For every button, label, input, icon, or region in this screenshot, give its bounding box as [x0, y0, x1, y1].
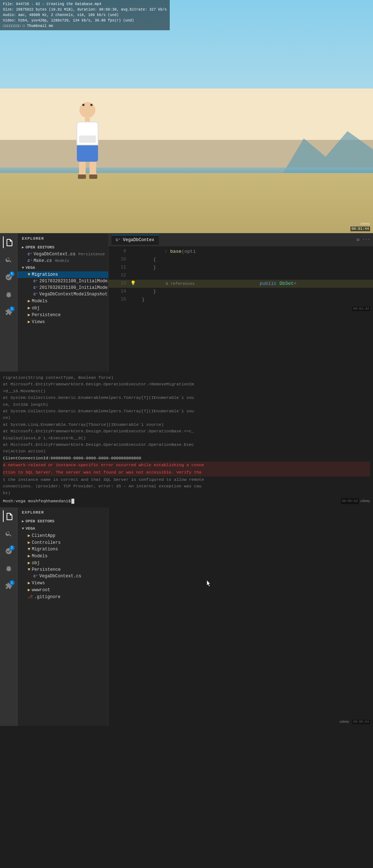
open-editors-header-1[interactable]: ▶ OPEN EDITORS: [17, 244, 108, 251]
vegadbcontext-file-2[interactable]: C⁺ VegaDbContext.cs: [17, 573, 108, 580]
migrations-folder-2[interactable]: ▼ Migrations: [17, 546, 108, 553]
video-player: File: 044726 - 02 - Creating the Databas…: [0, 0, 373, 233]
snapshot-file[interactable]: C⁺ VegaDbContextModelSnapshot.cs: [17, 291, 108, 298]
split-editor-icon[interactable]: ⊟: [357, 237, 359, 243]
views-folder-icon: ▶: [28, 319, 30, 325]
term-line-error-1: A network-related or instance-specific e…: [3, 462, 370, 469]
term-line-8: at System.Linq.Enumerable.ToArray[TSourc…: [3, 421, 370, 428]
obj-folder-2[interactable]: ▶ obj: [17, 559, 108, 566]
term-line-13: ClientConnectionId:00000000-0000-0000-00…: [3, 455, 370, 462]
mouse-cursor: [207, 580, 211, 587]
code-line-11: 11 }: [109, 264, 373, 272]
vega-arrow-2: ▼: [22, 527, 24, 531]
term-prompt[interactable]: Mosh:vega moshfeqhhamedani$ 00:05:53 ude…: [3, 498, 370, 504]
editor-time-panel1: 00:01:44: [109, 305, 373, 312]
term-prompt-text: Mosh:vega moshfeqhhamedani$: [3, 498, 71, 504]
code-editor-1: 9 : base(opti 10 { 11 } 12: [109, 246, 373, 305]
git-icon[interactable]: 5: [3, 271, 15, 283]
video-info: File: 044726 - 02 - Creating the Databas…: [0, 0, 170, 30]
editor-area-2: udemy 00:05:54: [109, 507, 373, 726]
gitignore-file[interactable]: ⎇ .gitignore: [17, 593, 108, 600]
search-icon-2[interactable]: [3, 528, 15, 539]
panel2-udemy: udemy: [339, 720, 349, 724]
debug-icon[interactable]: [3, 289, 15, 301]
code-line-15: 15 }: [109, 296, 373, 304]
tab-bar-1: C⁺ VegaDbContex ⊟ ···: [109, 233, 373, 246]
video-file-line3: Audio: aac, 48000 Hz, 2 channels, s16, 1…: [3, 12, 167, 18]
explorer-sidebar-2: EXPLORER ▶ OPEN EDITORS ▼ VEGA ▶ ClientA…: [17, 507, 109, 726]
open-editors-header-2[interactable]: ▶ OPEN EDITORS: [17, 518, 108, 525]
files-icon[interactable]: [3, 236, 15, 248]
term-line-11: at Microsoft.EntityFrameworkCore.Design.…: [3, 441, 370, 448]
open-editor-make[interactable]: C⁺ Make.cs Models: [17, 258, 108, 264]
udemy-badge: udemy: [360, 222, 370, 226]
files-icon-2[interactable]: [3, 510, 15, 522]
tab-vegadbcontext[interactable]: C⁺ VegaDbContex: [111, 235, 159, 245]
search-icon[interactable]: [3, 254, 15, 266]
term-line-5: ce, Int32& length): [3, 401, 370, 408]
video-timestamp: 00:01:44: [350, 227, 370, 231]
git-badge-2: 2: [9, 545, 15, 550]
tab-cs-icon: C⁺: [116, 237, 121, 242]
persistence-folder-2[interactable]: ▼ Persistence: [17, 566, 108, 573]
git-icon-2[interactable]: 2: [3, 545, 15, 557]
persistence-folder[interactable]: ▶ Persistence: [17, 311, 108, 318]
open-editor-vegadb[interactable]: C⁺ VegaDbContext.cs Persistence: [17, 251, 108, 258]
persistence-folder-icon: ▶: [28, 312, 30, 318]
activity-bar-1: 5 1: [0, 233, 17, 372]
cs-icon-2: C⁺: [34, 286, 38, 290]
debug-icon-2[interactable]: [3, 563, 15, 574]
migrations-folder[interactable]: ▼ Migrations: [17, 271, 108, 278]
term-line-10: DisplayClass4_0`1.<Execute>b__0(): [3, 435, 370, 441]
models-folder-2[interactable]: ▶ Models: [17, 553, 108, 559]
video-file-line5: □□□□□□□□ □ Thumbnail me: [3, 23, 167, 29]
panel2-time: 00:05:54: [352, 720, 370, 724]
models-folder[interactable]: ▶ Models: [17, 298, 108, 305]
cs-icon-1: C⁺: [34, 279, 38, 283]
extensions-icon[interactable]: 1: [3, 306, 15, 318]
term-line-error-2: ction to SQL Server. The server was not …: [3, 469, 370, 476]
vega-arrow-1: ▼: [22, 266, 24, 270]
term-line-error-4: connections. (provider: TCP Provider, er…: [3, 483, 370, 490]
initial-model-desi-file[interactable]: C⁺ 20170320231100_InitialModel.Desi...: [17, 284, 108, 291]
extensions-badge: 1: [9, 306, 15, 311]
initial-model-file[interactable]: C⁺ 20170320231100_InitialModel.cs: [17, 278, 108, 284]
code-line-13: 13 💡 0 references public DbSet<: [109, 280, 373, 288]
wwwroot-folder[interactable]: ▶ wwwroot: [17, 586, 108, 593]
term-line-error-5: ht): [3, 490, 370, 496]
migrations-folder-icon: ▼: [28, 272, 30, 277]
extensions-icon-2[interactable]: 1: [3, 580, 15, 592]
panel2-badges: udemy 00:05:54: [339, 720, 370, 724]
vega-header-1[interactable]: ▼ VEGA: [17, 264, 108, 271]
more-actions-icon[interactable]: ···: [362, 237, 370, 242]
clientapp-folder[interactable]: ▶ ClientApp: [17, 532, 108, 539]
wwwroot-icon: ▶: [28, 587, 30, 593]
term-line-4: at System.Collections.Generic.Enumerable…: [3, 394, 370, 401]
views-folder-2[interactable]: ▶ Views: [17, 580, 108, 586]
vega-header-2[interactable]: ▼ VEGA: [17, 525, 108, 532]
cs-icon-make: C⁺: [28, 259, 32, 263]
term-udemy: udemy: [360, 499, 370, 504]
term-line-7: ce): [3, 415, 370, 421]
cs-icon-3: C⁺: [34, 292, 38, 296]
video-file-line2: Size: 20875822 bytes (19.91 MiB), durati…: [3, 7, 167, 12]
editor-area-1: C⁺ VegaDbContex ⊟ ··· 9 : base(opti 10 {: [109, 233, 373, 372]
models-folder-icon: ▶: [28, 298, 30, 304]
obj-folder-icon: ▶: [28, 305, 30, 311]
activity-bar-2: 2 1: [0, 507, 17, 726]
git-file-icon: ⎇: [28, 594, 33, 600]
term-line-1: rigration(String contextType, Boolean fo…: [3, 374, 370, 381]
explorer-title-2: EXPLORER: [17, 507, 108, 518]
obj-folder[interactable]: ▶ obj: [17, 305, 108, 311]
open-editors-arrow: ▶: [22, 245, 24, 250]
controllers-folder[interactable]: ▶ Controllers: [17, 539, 108, 546]
term-cursor: [71, 499, 74, 504]
views-folder[interactable]: ▶ Views: [17, 318, 108, 325]
open-editors-arrow-2: ▶: [22, 519, 24, 523]
git-badge: 5: [9, 271, 15, 276]
term-time-badge: 00:05:53: [341, 498, 359, 504]
vscode-panel-2: 2 1 EXPLORER ▶ OPEN EDITORS ▼ VEGA ▶: [0, 507, 373, 726]
code-line-9: 9 : base(opti: [109, 248, 373, 256]
editor-time-badge-1: 00:01:44: [352, 307, 370, 311]
cs-icon-vegadb: C⁺: [28, 252, 32, 256]
